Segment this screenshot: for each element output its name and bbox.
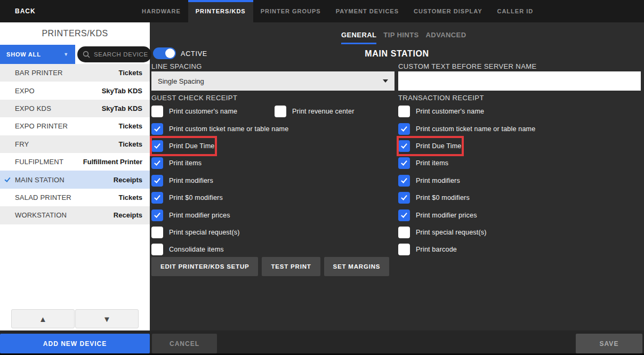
option-print-items[interactable]: Print items bbox=[151, 155, 202, 172]
option-print-customer-s-name[interactable]: Print customer's name bbox=[398, 103, 484, 120]
back-button[interactable]: BACK bbox=[15, 0, 36, 22]
device-row-fulfiplment[interactable]: FULFIPLMENTFulfillment Printer bbox=[0, 153, 150, 171]
option-print-modifiers[interactable]: Print modifiers bbox=[151, 172, 213, 189]
option-print-modifier-prices[interactable]: Print modifier prices bbox=[151, 206, 230, 223]
test-print-button[interactable]: TEST PRINT bbox=[262, 257, 320, 276]
option-print-revenue-center[interactable]: Print revenue center bbox=[275, 103, 355, 120]
top-tab-printer-groups[interactable]: PRINTER GROUPS bbox=[253, 0, 328, 22]
cancel-button[interactable]: CANCEL bbox=[152, 334, 217, 353]
guest-check-actions: EDIT PRINTER/KDS SETUPTEST PRINTSET MARG… bbox=[151, 257, 389, 276]
checked-checkbox[interactable] bbox=[151, 209, 163, 221]
device-row-salad-printer[interactable]: SALAD PRINTERTickets bbox=[0, 189, 150, 206]
checkbox-label: Print barcode bbox=[416, 246, 457, 253]
option-row: Print customer's name bbox=[398, 103, 641, 120]
unchecked-checkbox[interactable] bbox=[398, 106, 410, 117]
option-row: Print modifiers bbox=[398, 172, 641, 189]
option-print-items[interactable]: Print items bbox=[398, 155, 448, 172]
checked-checkbox[interactable] bbox=[151, 175, 163, 187]
set-margins-button[interactable]: SET MARGINS bbox=[324, 257, 390, 276]
device-name: FRY bbox=[15, 140, 29, 148]
tab-general[interactable]: GENERAL bbox=[341, 31, 376, 44]
option-print-modifiers[interactable]: Print modifiers bbox=[398, 172, 460, 189]
option-print-0-modifiers[interactable]: Print $0 modifiers bbox=[151, 189, 223, 206]
option-print-barcode[interactable]: Print barcode bbox=[398, 241, 457, 258]
device-row-expo-kds[interactable]: EXPO KDSSkyTab KDS bbox=[0, 100, 150, 117]
custom-text-input[interactable] bbox=[398, 71, 641, 91]
edit-printer-kds-setup-button[interactable]: EDIT PRINTER/KDS SETUP bbox=[151, 257, 258, 276]
device-row-main-station[interactable]: MAIN STATIONReceipts bbox=[0, 171, 150, 188]
checkbox-label: Print special request(s) bbox=[169, 229, 240, 236]
checked-checkbox[interactable] bbox=[151, 192, 163, 204]
checkbox-label: Print revenue center bbox=[292, 108, 355, 115]
unchecked-checkbox[interactable] bbox=[398, 244, 410, 255]
add-new-device-button[interactable]: ADD NEW DEVICE bbox=[0, 334, 150, 353]
checked-checkbox[interactable] bbox=[398, 123, 410, 135]
unchecked-checkbox[interactable] bbox=[398, 227, 410, 238]
check-icon bbox=[154, 193, 160, 200]
device-row-expo-printer[interactable]: EXPO PRINTERTickets bbox=[0, 117, 150, 135]
option-print-due-time[interactable]: Print Due Time bbox=[151, 138, 214, 155]
option-print-custom-ticket-name-or-table-name[interactable]: Print custom ticket name or table name bbox=[398, 120, 535, 137]
option-print-0-modifiers[interactable]: Print $0 modifiers bbox=[398, 189, 470, 206]
option-row: Print custom ticket name or table name bbox=[398, 120, 641, 137]
option-print-due-time[interactable]: Print Due Time bbox=[398, 138, 461, 155]
checked-checkbox[interactable] bbox=[151, 123, 163, 135]
top-tab-customer-display[interactable]: CUSTOMER DISPLAY bbox=[406, 0, 489, 22]
unchecked-checkbox[interactable] bbox=[275, 106, 286, 117]
up-triangle-icon: ▲ bbox=[39, 314, 47, 324]
device-row-bar-printer[interactable]: BAR PRINTERTickets bbox=[0, 64, 150, 82]
top-tab-payment-devices[interactable]: PAYMENT DEVICES bbox=[328, 0, 406, 22]
checked-checkbox[interactable] bbox=[398, 192, 410, 204]
option-print-custom-ticket-name-or-table-name[interactable]: Print custom ticket name or table name bbox=[151, 120, 288, 137]
list-scroll-controls: ▲ ▼ bbox=[0, 309, 150, 328]
option-row: Print $0 modifiers bbox=[151, 189, 395, 206]
custom-text-label: CUSTOM TEXT BEFORE SERVER NAME bbox=[398, 62, 537, 70]
unchecked-checkbox[interactable] bbox=[151, 244, 163, 255]
top-tab-printers-kds[interactable]: PRINTERS/KDS bbox=[188, 0, 253, 22]
device-name: EXPO KDS bbox=[15, 104, 51, 112]
check-icon bbox=[154, 176, 160, 183]
checkbox-label: Print items bbox=[416, 159, 448, 167]
device-row-workstation[interactable]: WORKSTATIONReceipts bbox=[0, 206, 150, 224]
option-print-modifier-prices[interactable]: Print modifier prices bbox=[398, 206, 477, 223]
checkbox-label: Print $0 modifiers bbox=[416, 194, 470, 201]
checkbox-label: Print custom ticket name or table name bbox=[416, 125, 535, 133]
scroll-down-button[interactable]: ▼ bbox=[75, 309, 139, 328]
device-type: SkyTab KDS bbox=[102, 87, 142, 95]
option-print-customer-s-name[interactable]: Print customer's name bbox=[151, 103, 237, 120]
checkbox-label: Print customer's name bbox=[169, 108, 237, 115]
scroll-up-button[interactable]: ▲ bbox=[11, 309, 75, 328]
checked-checkbox[interactable] bbox=[398, 140, 410, 152]
checked-checkbox[interactable] bbox=[398, 175, 410, 187]
option-row: Consolidate items bbox=[151, 241, 395, 258]
check-icon bbox=[401, 125, 407, 131]
tab-tip-hints[interactable]: TIP HINTS bbox=[383, 31, 418, 44]
search-device-input[interactable]: SEARCH DEVICE bbox=[77, 46, 151, 62]
checked-checkbox[interactable] bbox=[398, 157, 410, 169]
show-all-dropdown[interactable]: SHOW ALL ▼ bbox=[0, 45, 75, 64]
checkbox-label: Print modifiers bbox=[416, 177, 460, 184]
option-row: Print modifiers bbox=[151, 172, 395, 189]
checked-checkbox[interactable] bbox=[398, 209, 410, 221]
unchecked-checkbox[interactable] bbox=[151, 227, 163, 238]
device-type: SkyTab KDS bbox=[102, 104, 142, 112]
top-tab-hardware[interactable]: HARDWARE bbox=[134, 0, 188, 22]
device-name: EXPO PRINTER bbox=[15, 122, 68, 130]
device-row-expo[interactable]: EXPOSkyTab KDS bbox=[0, 82, 150, 99]
unchecked-checkbox[interactable] bbox=[151, 106, 163, 117]
device-row-fry[interactable]: FRYTickets bbox=[0, 135, 150, 153]
top-tab-caller-id[interactable]: CALLER ID bbox=[489, 0, 541, 22]
check-icon bbox=[401, 159, 407, 166]
top-tab-strip: HARDWAREPRINTERS/KDSPRINTER GROUPSPAYMEN… bbox=[134, 0, 541, 22]
station-title: MAIN STATION bbox=[150, 49, 644, 59]
option-consolidate-items[interactable]: Consolidate items bbox=[151, 241, 224, 258]
device-type: Receipts bbox=[114, 176, 142, 184]
save-button[interactable]: SAVE bbox=[576, 334, 642, 353]
line-spacing-select[interactable]: Single Spacing bbox=[151, 71, 395, 91]
tab-advanced[interactable]: ADVANCED bbox=[426, 31, 466, 44]
option-print-special-request-s[interactable]: Print special request(s) bbox=[398, 224, 487, 241]
checked-checkbox[interactable] bbox=[151, 157, 163, 169]
option-print-special-request-s[interactable]: Print special request(s) bbox=[151, 224, 240, 241]
line-spacing-label: LINE SPACING bbox=[151, 62, 202, 70]
checked-checkbox[interactable] bbox=[151, 140, 163, 152]
